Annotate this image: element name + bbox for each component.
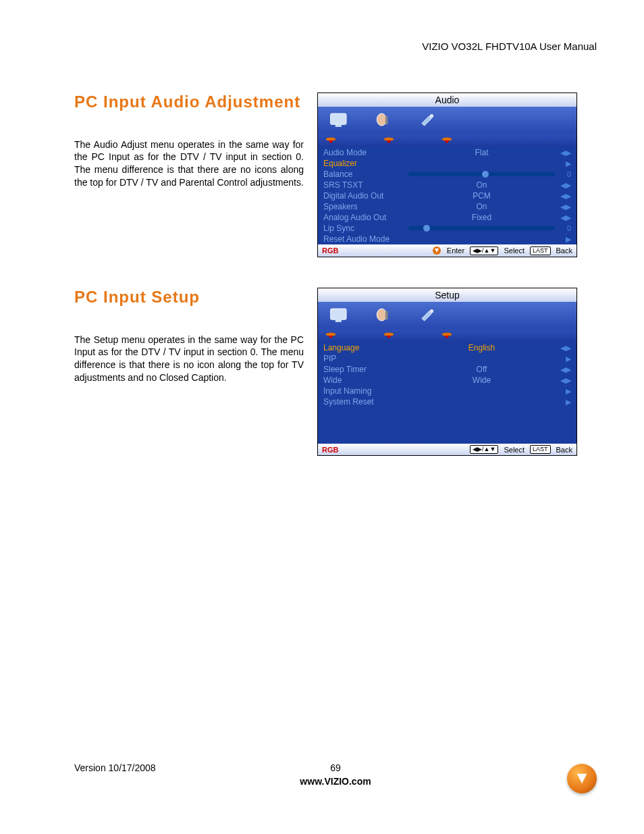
svg-point-11 bbox=[377, 309, 386, 321]
footer-enter: Enter bbox=[447, 246, 464, 255]
osd-row-value: Flat bbox=[404, 148, 559, 157]
osd-row: Input Naming▶ bbox=[318, 386, 576, 396]
subtab-indicator-icon bbox=[383, 332, 395, 340]
subtab-indicator-icon bbox=[325, 332, 337, 340]
osd-audio-panel: Audio Audio ModeFlat◀▶Equalizer▶Balance0… bbox=[317, 93, 577, 257]
tab-audio-icon bbox=[369, 109, 399, 131]
footer-select: Select bbox=[504, 446, 525, 454]
tab-setup-icon bbox=[412, 109, 443, 131]
osd-row-label: Digital Audio Out bbox=[323, 191, 404, 201]
osd-row-num: 0 bbox=[559, 170, 571, 178]
osd-row-label: Balance bbox=[323, 170, 404, 179]
svg-rect-10 bbox=[335, 319, 341, 322]
osd-setup-panel: Setup LanguageEnglish◀▶PIP▶Sleep TimerOf… bbox=[317, 288, 577, 456]
tab-picture-icon bbox=[325, 305, 355, 326]
input-source: RGB bbox=[322, 446, 363, 454]
arrow-lr-icon: ◀▶ bbox=[559, 149, 571, 157]
svg-point-4 bbox=[429, 114, 433, 118]
section-setup: PC Input Setup The Setup menu operates i… bbox=[74, 288, 597, 456]
arrow-lr-icon: ◀▶ bbox=[559, 365, 571, 374]
svg-rect-9 bbox=[330, 309, 346, 319]
osd-row-label: Sleep Timer bbox=[323, 365, 404, 374]
osd-row-label: Input Naming bbox=[323, 386, 404, 396]
arrow-right-icon: ▶ bbox=[559, 398, 571, 407]
footer-back: Back bbox=[556, 246, 572, 255]
arrow-right-icon: ▶ bbox=[559, 235, 571, 244]
osd-subtab-row bbox=[318, 134, 576, 147]
arrow-lr-icon: ◀▶ bbox=[559, 213, 571, 222]
osd-row-value: On bbox=[404, 180, 559, 190]
osd-row-label: Wide bbox=[323, 375, 404, 385]
osd-row: Balance0 bbox=[318, 169, 576, 180]
input-source: RGB bbox=[322, 246, 363, 255]
osd-row: System Reset▶ bbox=[318, 396, 576, 407]
svg-point-2 bbox=[377, 113, 386, 126]
arrow-right-icon: ▶ bbox=[559, 159, 571, 168]
section-audio: PC Input Audio Adjustment The Audio Adju… bbox=[74, 93, 597, 257]
vizio-logo-icon bbox=[567, 764, 597, 793]
subtab-indicator-icon bbox=[441, 136, 453, 145]
osd-audio-footer: RGB Enter ◀▶/▲▼ Select LAST Back bbox=[318, 244, 576, 257]
osd-setup-title: Setup bbox=[318, 288, 576, 302]
page-number: 69 bbox=[330, 762, 341, 773]
osd-row-num: 0 bbox=[559, 224, 571, 232]
subtab-indicator-icon bbox=[325, 136, 337, 145]
osd-row: WideWide◀▶ bbox=[318, 375, 576, 386]
osd-row-label: SRS TSXT bbox=[323, 180, 404, 190]
tab-setup-icon bbox=[412, 305, 443, 326]
slider-track bbox=[408, 226, 555, 230]
tab-audio-icon bbox=[369, 305, 399, 326]
osd-row: LanguageEnglish◀▶ bbox=[318, 342, 576, 353]
osd-row: Digital Audio OutPCM◀▶ bbox=[318, 190, 576, 201]
osd-row-value: On bbox=[404, 202, 559, 211]
osd-row: Equalizer▶ bbox=[318, 158, 576, 169]
arrow-lr-icon: ◀▶ bbox=[559, 203, 571, 211]
osd-row-label: Analog Audio Out bbox=[323, 213, 404, 222]
osd-row: PIP▶ bbox=[318, 353, 576, 364]
body-audio: The Audio Adjust menu operates in the sa… bbox=[74, 138, 304, 190]
osd-row-value: Off bbox=[404, 365, 559, 374]
osd-row: Reset Audio Mode▶ bbox=[318, 234, 576, 244]
osd-subtab-row bbox=[318, 329, 576, 342]
osd-tab-row bbox=[318, 107, 576, 134]
osd-row: Audio ModeFlat◀▶ bbox=[318, 147, 576, 158]
osd-row-value: Fixed bbox=[404, 213, 559, 222]
slider-knob bbox=[423, 225, 430, 232]
osd-row-label: Equalizer bbox=[323, 159, 404, 168]
svg-rect-1 bbox=[335, 124, 341, 127]
arrow-lr-icon: ◀▶ bbox=[559, 192, 571, 201]
last-key-icon: LAST bbox=[530, 445, 551, 454]
manual-header: VIZIO VO32L FHDTV10A User Manual bbox=[74, 41, 597, 52]
nav-key-icon: ◀▶/▲▼ bbox=[470, 445, 498, 454]
osd-audio-title: Audio bbox=[318, 93, 576, 107]
svg-point-13 bbox=[429, 309, 433, 313]
slider-track bbox=[408, 172, 555, 176]
osd-row-value: PCM bbox=[404, 191, 559, 201]
slider-knob bbox=[482, 171, 489, 178]
osd-row-label: PIP bbox=[323, 354, 404, 363]
osd-row-label: Speakers bbox=[323, 202, 404, 211]
osd-row-label: Language bbox=[323, 343, 404, 353]
osd-row: SRS TSXTOn◀▶ bbox=[318, 180, 576, 190]
osd-row: Sleep TimerOff◀▶ bbox=[318, 364, 576, 375]
osd-row: Analog Audio OutFixed◀▶ bbox=[318, 212, 576, 223]
osd-row-label: Lip Sync bbox=[323, 224, 404, 233]
version-text: Version 10/17/2008 bbox=[74, 762, 156, 773]
arrow-lr-icon: ◀▶ bbox=[559, 376, 571, 385]
osd-row-label: System Reset bbox=[323, 397, 404, 407]
osd-row: Lip Sync0 bbox=[318, 223, 576, 234]
arrow-right-icon: ▶ bbox=[559, 387, 571, 396]
vizio-small-icon bbox=[432, 246, 441, 255]
osd-row-label: Reset Audio Mode bbox=[323, 234, 404, 244]
osd-row-value: Wide bbox=[404, 375, 559, 385]
svg-rect-12 bbox=[385, 311, 387, 320]
arrow-lr-icon: ◀▶ bbox=[559, 344, 571, 353]
subtab-indicator-icon bbox=[383, 136, 395, 145]
footer-url: www.VIZIO.com bbox=[74, 776, 597, 787]
osd-row-value: English bbox=[404, 343, 559, 353]
footer-back: Back bbox=[556, 446, 572, 454]
svg-rect-3 bbox=[385, 116, 387, 125]
heading-audio: PC Input Audio Adjustment bbox=[74, 93, 304, 111]
footer-select: Select bbox=[504, 246, 525, 255]
page-footer: Version 10/17/2008 69 www.VIZIO.com bbox=[74, 762, 597, 787]
